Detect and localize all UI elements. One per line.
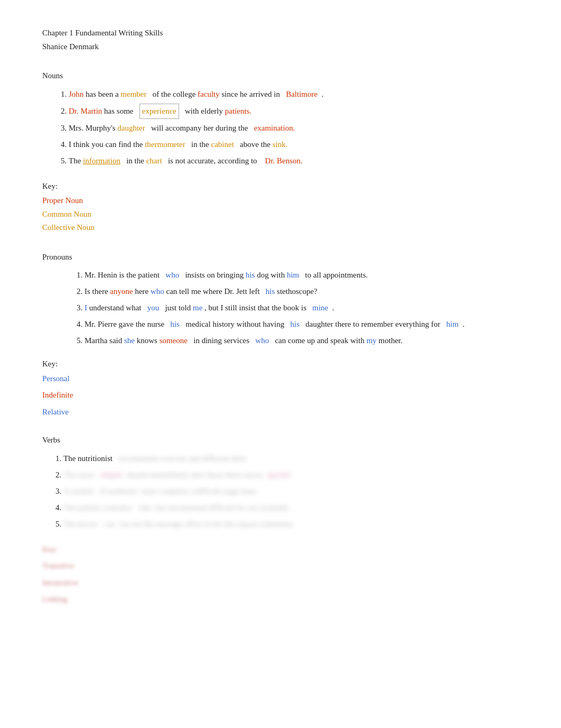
noun-chart: chart	[146, 156, 162, 165]
nouns-key-proper: Proper Noun	[42, 194, 519, 208]
verb-item-3: A student of medicine must complete a di…	[63, 484, 519, 499]
verb-item-5-blurred: The doctor	[63, 520, 102, 528]
verbs-list: The nutritionist recommends exercise and…	[58, 451, 519, 531]
pronouns-key-label: Key:	[42, 357, 519, 371]
noun-item-2: Dr. Martin has some experience with elde…	[69, 104, 519, 119]
verb-item-2-blurred-pink: helped	[101, 471, 122, 479]
nouns-list: John has been a member of the college fa…	[63, 87, 519, 168]
verb-item-2-blurred2: should immediately alert those three nur…	[124, 471, 266, 479]
pronouns-key-section: Key: Personal Indefinite Relative	[42, 357, 519, 419]
verb-item-5-blurred2: can can see the message office in his th…	[104, 520, 294, 528]
pronouns-key-personal: Personal	[42, 372, 519, 386]
noun-baltimore: Baltimore	[286, 90, 317, 98]
noun-item-1: John has been a member of the college fa…	[69, 87, 519, 102]
nouns-key-collective: Collective Noun	[42, 221, 519, 235]
noun-member: member	[120, 90, 146, 98]
pronoun-item-5: Martha said she knows someone in dining …	[85, 334, 519, 348]
verb-item-3-blurred: A student	[63, 487, 98, 495]
pronouns-key-indefinite: Indefinite	[42, 389, 519, 402]
pronoun-his-4: his	[291, 320, 300, 328]
verb-item-2-blurred: The nurse	[63, 471, 99, 479]
verb-item-4-blurred: The patient counselor	[63, 503, 136, 512]
noun-patients: patients.	[225, 107, 251, 115]
pronouns-section-title: Pronouns	[42, 251, 519, 264]
verbs-key-3: Linking	[42, 593, 519, 606]
noun-cabinet: cabinet	[211, 140, 234, 149]
pronouns-key-relative: Relative	[42, 406, 519, 419]
verbs-key-section: Key: Transitive Intransitive Linking	[42, 543, 519, 606]
pronoun-someone: someone	[160, 336, 188, 345]
noun-information: information	[83, 156, 120, 165]
verbs-key-label: Key:	[42, 543, 519, 557]
nouns-key-label: Key:	[42, 180, 519, 193]
pronoun-his-1: his	[246, 271, 255, 279]
pronoun-item-4: Mr. Pierre gave the nurse his medical hi…	[85, 317, 519, 331]
verb-item-4-blurred2: who has documented difficult for our ava…	[138, 503, 291, 512]
verbs-section-title: Verbs	[42, 434, 519, 447]
noun-item-3: Mrs. Murphy's daughter will accompany he…	[69, 121, 519, 135]
header: Chapter 1 Fundamental Writing Skills Sha…	[42, 26, 519, 53]
pronoun-my: my	[367, 336, 377, 345]
noun-daughter: daughter	[117, 124, 145, 132]
pronoun-you: you	[147, 303, 160, 312]
pronoun-him-2: him	[446, 320, 459, 328]
verb-item-4: The patient counselor who has documented…	[63, 501, 519, 515]
pronoun-she: she	[124, 336, 135, 345]
verbs-key-2: Intransitive	[42, 576, 519, 590]
pronoun-item-3: I understand what you just told me , but…	[85, 301, 519, 315]
verb-item-5: The doctor can can see the message offic…	[63, 517, 519, 531]
pronoun-mine: mine	[312, 303, 328, 312]
nouns-key-section: Key: Proper Noun Common Noun Collective …	[42, 180, 519, 235]
verb-item-1: The nutritionist recommends exercise and…	[63, 451, 519, 466]
verbs-key-1: Transitive	[42, 559, 519, 573]
nouns-section-title: Nouns	[42, 69, 519, 83]
pronoun-him-1: him	[287, 271, 299, 279]
noun-dr-benson: Dr. Benson.	[265, 156, 303, 165]
pronoun-item-2: Is there anyone here who can tell me whe…	[85, 284, 519, 299]
pronoun-who-3: who	[255, 336, 269, 345]
pronoun-anyone: anyone	[110, 287, 133, 296]
verb-item-1-blurred: recommends exercise and different diets	[115, 454, 250, 463]
pronoun-me: me	[193, 303, 202, 312]
pronoun-item-1: Mr. Henin is the patient who insists on …	[85, 268, 519, 282]
header-line2: Shanice Denmark	[42, 40, 519, 54]
noun-dr-martin: Dr. Martin	[69, 107, 102, 115]
verb-item-2: The nurse helped should immediately aler…	[63, 468, 519, 482]
pronoun-his-3: his	[170, 320, 180, 328]
pronoun-who-1: who	[165, 271, 179, 279]
pronoun-i: I	[85, 303, 87, 312]
header-line1: Chapter 1 Fundamental Writing Skills	[42, 26, 519, 40]
pronoun-who-2: who	[151, 287, 164, 296]
noun-item-5: The information in the chart is not accu…	[69, 154, 519, 168]
noun-faculty: faculty	[198, 90, 220, 98]
verb-item-2-blurred-pink2: quickly	[267, 471, 291, 479]
noun-sink: sink.	[273, 140, 288, 149]
verb-item-3-blurred2: of medicine must complete a difficult st…	[99, 487, 258, 495]
noun-item-4: I think you can find the thermometer in …	[69, 137, 519, 152]
pronouns-list: Mr. Henin is the patient who insists on …	[79, 268, 519, 348]
nouns-key-common: Common Noun	[42, 208, 519, 222]
pronoun-his-2: his	[266, 287, 275, 296]
verb-nutritionist-text: The nutritionist	[63, 454, 113, 463]
noun-examination: examination.	[254, 124, 295, 132]
noun-john: John	[69, 90, 83, 98]
noun-experience: experience	[139, 104, 179, 119]
noun-thermometer: thermometer	[145, 140, 185, 149]
